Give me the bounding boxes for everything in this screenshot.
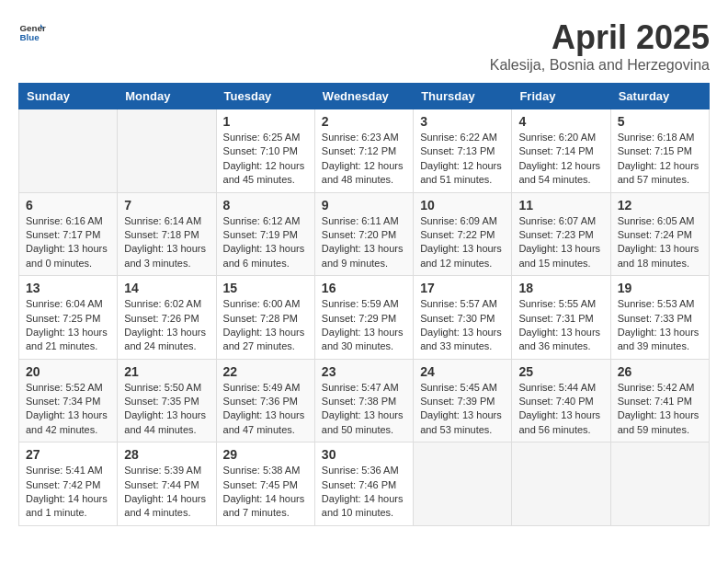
calendar-cell: 11Sunrise: 6:07 AM Sunset: 7:23 PM Dayli… (512, 192, 610, 276)
calendar-cell: 1Sunrise: 6:25 AM Sunset: 7:10 PM Daylig… (216, 109, 314, 193)
calendar-cell (610, 442, 709, 526)
calendar-cell: 15Sunrise: 6:00 AM Sunset: 7:28 PM Dayli… (216, 276, 314, 360)
weekday-header-wednesday: Wednesday (314, 84, 413, 109)
day-info: Sunrise: 5:53 AM Sunset: 7:33 PM Dayligh… (618, 297, 702, 354)
calendar-cell: 24Sunrise: 5:45 AM Sunset: 7:39 PM Dayli… (414, 359, 512, 442)
day-info: Sunrise: 5:38 AM Sunset: 7:45 PM Dayligh… (223, 464, 308, 521)
logo-icon: General Blue (18, 18, 46, 46)
calendar-cell: 10Sunrise: 6:09 AM Sunset: 7:22 PM Dayli… (414, 192, 512, 276)
day-info: Sunrise: 6:00 AM Sunset: 7:28 PM Dayligh… (223, 297, 308, 354)
day-number: 25 (518, 364, 603, 379)
day-info: Sunrise: 5:47 AM Sunset: 7:38 PM Dayligh… (322, 381, 406, 438)
day-number: 3 (420, 114, 505, 129)
day-number: 10 (420, 198, 505, 213)
day-info: Sunrise: 5:49 AM Sunset: 7:36 PM Dayligh… (223, 381, 308, 438)
calendar-cell (19, 109, 118, 193)
day-number: 16 (322, 281, 406, 295)
week-row-2: 6Sunrise: 6:16 AM Sunset: 7:17 PM Daylig… (19, 192, 710, 276)
day-info: Sunrise: 6:22 AM Sunset: 7:13 PM Dayligh… (420, 131, 505, 188)
calendar-cell: 3Sunrise: 6:22 AM Sunset: 7:13 PM Daylig… (414, 109, 512, 193)
week-row-5: 27Sunrise: 5:41 AM Sunset: 7:42 PM Dayli… (19, 442, 710, 526)
header: General Blue April 2025 Kalesija, Bosnia… (18, 18, 710, 74)
day-info: Sunrise: 6:23 AM Sunset: 7:12 PM Dayligh… (322, 131, 406, 188)
calendar-cell: 7Sunrise: 6:14 AM Sunset: 7:18 PM Daylig… (118, 192, 216, 276)
calendar-cell: 9Sunrise: 6:11 AM Sunset: 7:20 PM Daylig… (314, 192, 413, 276)
calendar-cell: 23Sunrise: 5:47 AM Sunset: 7:38 PM Dayli… (314, 359, 413, 442)
day-number: 7 (124, 198, 209, 213)
day-number: 21 (124, 364, 209, 379)
calendar-cell: 27Sunrise: 5:41 AM Sunset: 7:42 PM Dayli… (19, 442, 118, 526)
day-info: Sunrise: 5:52 AM Sunset: 7:34 PM Dayligh… (26, 381, 110, 438)
calendar-cell: 19Sunrise: 5:53 AM Sunset: 7:33 PM Dayli… (610, 276, 709, 360)
location-title: Kalesija, Bosnia and Herzegovina (490, 57, 710, 74)
day-number: 5 (618, 114, 702, 129)
day-info: Sunrise: 6:20 AM Sunset: 7:14 PM Dayligh… (518, 131, 603, 188)
calendar-cell: 16Sunrise: 5:59 AM Sunset: 7:29 PM Dayli… (314, 276, 413, 360)
day-number: 14 (124, 281, 209, 295)
calendar-cell: 29Sunrise: 5:38 AM Sunset: 7:45 PM Dayli… (216, 442, 314, 526)
calendar-cell: 22Sunrise: 5:49 AM Sunset: 7:36 PM Dayli… (216, 359, 314, 442)
day-number: 8 (223, 198, 308, 213)
day-info: Sunrise: 5:50 AM Sunset: 7:35 PM Dayligh… (124, 381, 209, 438)
weekday-header-monday: Monday (118, 84, 216, 109)
day-number: 26 (618, 364, 702, 379)
day-number: 30 (322, 447, 406, 462)
day-number: 18 (518, 281, 603, 295)
day-info: Sunrise: 6:16 AM Sunset: 7:17 PM Dayligh… (26, 214, 110, 271)
day-info: Sunrise: 6:04 AM Sunset: 7:25 PM Dayligh… (26, 297, 110, 354)
calendar-cell: 14Sunrise: 6:02 AM Sunset: 7:26 PM Dayli… (118, 276, 216, 360)
day-number: 6 (26, 198, 110, 213)
day-info: Sunrise: 6:18 AM Sunset: 7:15 PM Dayligh… (618, 131, 702, 188)
title-section: April 2025 Kalesija, Bosnia and Herzegov… (490, 18, 710, 74)
day-info: Sunrise: 5:36 AM Sunset: 7:46 PM Dayligh… (322, 464, 406, 521)
day-info: Sunrise: 6:02 AM Sunset: 7:26 PM Dayligh… (124, 297, 209, 354)
calendar-cell: 6Sunrise: 6:16 AM Sunset: 7:17 PM Daylig… (19, 192, 118, 276)
day-number: 27 (26, 447, 110, 462)
weekday-header-saturday: Saturday (610, 84, 709, 109)
day-number: 4 (518, 114, 603, 129)
day-info: Sunrise: 6:11 AM Sunset: 7:20 PM Dayligh… (322, 214, 406, 271)
day-info: Sunrise: 5:44 AM Sunset: 7:40 PM Dayligh… (518, 381, 603, 438)
calendar-cell: 8Sunrise: 6:12 AM Sunset: 7:19 PM Daylig… (216, 192, 314, 276)
day-info: Sunrise: 5:57 AM Sunset: 7:30 PM Dayligh… (420, 297, 505, 354)
week-row-3: 13Sunrise: 6:04 AM Sunset: 7:25 PM Dayli… (19, 276, 710, 360)
day-number: 11 (518, 198, 603, 213)
day-number: 12 (618, 198, 702, 213)
day-number: 2 (322, 114, 406, 129)
calendar-cell: 12Sunrise: 6:05 AM Sunset: 7:24 PM Dayli… (610, 192, 709, 276)
day-info: Sunrise: 6:12 AM Sunset: 7:19 PM Dayligh… (223, 214, 308, 271)
logo: General Blue (18, 18, 46, 46)
day-number: 20 (26, 364, 110, 379)
day-info: Sunrise: 5:41 AM Sunset: 7:42 PM Dayligh… (26, 464, 110, 521)
calendar-cell: 20Sunrise: 5:52 AM Sunset: 7:34 PM Dayli… (19, 359, 118, 442)
calendar-cell: 26Sunrise: 5:42 AM Sunset: 7:41 PM Dayli… (610, 359, 709, 442)
day-number: 13 (26, 281, 110, 295)
week-row-1: 1Sunrise: 6:25 AM Sunset: 7:10 PM Daylig… (19, 109, 710, 193)
weekday-header-sunday: Sunday (19, 84, 118, 109)
day-info: Sunrise: 5:45 AM Sunset: 7:39 PM Dayligh… (420, 381, 505, 438)
calendar-table: SundayMondayTuesdayWednesdayThursdayFrid… (18, 83, 710, 526)
day-number: 19 (618, 281, 702, 295)
day-number: 23 (322, 364, 406, 379)
day-number: 24 (420, 364, 505, 379)
calendar-cell (512, 442, 610, 526)
calendar-cell: 30Sunrise: 5:36 AM Sunset: 7:46 PM Dayli… (314, 442, 413, 526)
weekday-header-thursday: Thursday (414, 84, 512, 109)
day-info: Sunrise: 5:59 AM Sunset: 7:29 PM Dayligh… (322, 297, 406, 354)
day-number: 1 (223, 114, 308, 129)
month-title: April 2025 (490, 18, 710, 57)
day-info: Sunrise: 6:05 AM Sunset: 7:24 PM Dayligh… (618, 214, 702, 271)
calendar-cell: 13Sunrise: 6:04 AM Sunset: 7:25 PM Dayli… (19, 276, 118, 360)
day-info: Sunrise: 6:07 AM Sunset: 7:23 PM Dayligh… (518, 214, 603, 271)
calendar-cell: 5Sunrise: 6:18 AM Sunset: 7:15 PM Daylig… (610, 109, 709, 193)
day-number: 15 (223, 281, 308, 295)
day-info: Sunrise: 5:42 AM Sunset: 7:41 PM Dayligh… (618, 381, 702, 438)
day-number: 28 (124, 447, 209, 462)
calendar-cell: 18Sunrise: 5:55 AM Sunset: 7:31 PM Dayli… (512, 276, 610, 360)
calendar-cell: 28Sunrise: 5:39 AM Sunset: 7:44 PM Dayli… (118, 442, 216, 526)
day-number: 9 (322, 198, 406, 213)
day-info: Sunrise: 6:25 AM Sunset: 7:10 PM Dayligh… (223, 131, 308, 188)
day-info: Sunrise: 5:39 AM Sunset: 7:44 PM Dayligh… (124, 464, 209, 521)
svg-text:Blue: Blue (20, 32, 40, 42)
day-info: Sunrise: 5:55 AM Sunset: 7:31 PM Dayligh… (518, 297, 603, 354)
